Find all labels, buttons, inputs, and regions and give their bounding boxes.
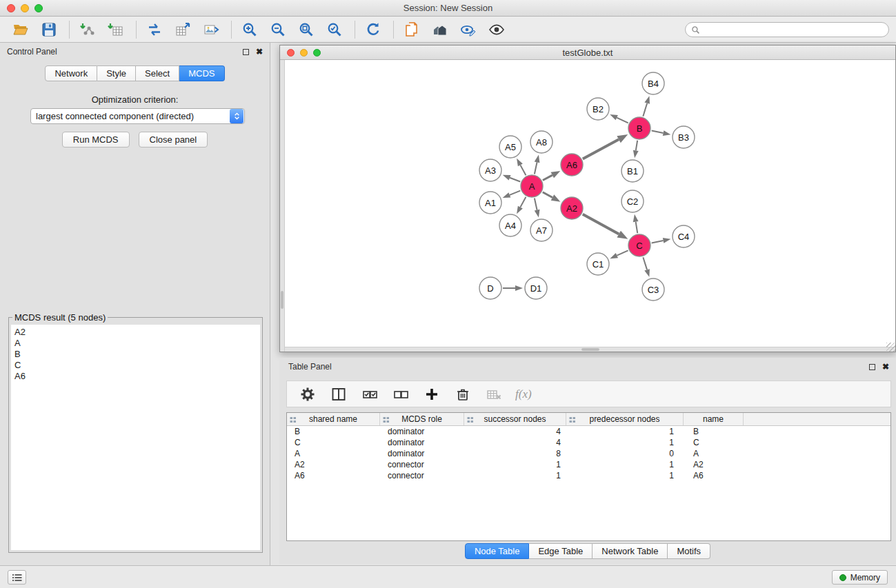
graph-node-A3[interactable]: A3 — [479, 159, 501, 181]
graph-node-A7[interactable]: A7 — [530, 219, 552, 241]
zoom-in-icon[interactable] — [239, 19, 261, 40]
apply-function-icon[interactable]: f(x) — [515, 387, 532, 401]
table-row[interactable]: B dominator 4 1 B — [287, 426, 890, 437]
graph-node-A[interactable]: A — [521, 175, 543, 197]
close-panel-icon[interactable]: ✖ — [256, 48, 263, 56]
bottom-gripper[interactable] — [285, 347, 895, 352]
graph-node-A8[interactable]: A8 — [530, 131, 552, 153]
graph-node-B4[interactable]: B4 — [642, 72, 664, 94]
graph-edge-B-B1[interactable] — [636, 141, 637, 151]
zoom-out-icon[interactable] — [267, 19, 289, 40]
import-network-icon[interactable] — [77, 19, 99, 40]
table-row[interactable]: A2 connector 1 1 A2 — [287, 459, 890, 470]
graph-edge-C-C1[interactable] — [617, 250, 628, 255]
close-panel-button[interactable]: Close panel — [139, 132, 208, 148]
zoom-fit-icon[interactable] — [295, 19, 317, 40]
panel-list-button[interactable] — [8, 570, 26, 585]
search-input[interactable] — [704, 23, 888, 36]
graph-node-A5[interactable]: A5 — [499, 136, 521, 158]
tab-network-table[interactable]: Network Table — [593, 543, 668, 559]
graph-edge-A-A6[interactable] — [543, 175, 552, 180]
column-header-mcds-role[interactable]: MCDS role — [380, 413, 464, 425]
network-canvas[interactable]: B4B2BB3A5A8A6B1A3AA1C2A2A4A7CC4C1C3DD1 — [280, 60, 895, 352]
settings-gear-icon[interactable] — [297, 384, 319, 405]
graph-edge-A6-B[interactable] — [583, 139, 619, 159]
close-panel-icon[interactable]: ✖ — [882, 363, 889, 371]
optimization-criterion-select[interactable]: largest connected component (directed) — [30, 108, 245, 124]
float-panel-icon[interactable] — [869, 364, 875, 370]
tab-edge-table[interactable]: Edge Table — [529, 543, 593, 559]
graph-node-C4[interactable]: C4 — [673, 225, 695, 247]
resize-corner[interactable] — [886, 343, 895, 352]
export-network-icon[interactable] — [143, 19, 166, 40]
import-table-icon[interactable] — [105, 19, 127, 40]
graph-edge-C-C3[interactable] — [643, 257, 647, 270]
export-table-icon[interactable] — [172, 19, 194, 40]
home-icon[interactable] — [429, 19, 451, 40]
graph-node-C2[interactable]: C2 — [621, 190, 644, 212]
graph-node-A1[interactable]: A1 — [479, 192, 501, 214]
gripper-handle[interactable] — [581, 348, 599, 351]
eye-icon[interactable] — [486, 19, 508, 40]
graph-edge-A-A5[interactable] — [520, 165, 526, 175]
graph-edge-B-B2[interactable] — [617, 118, 628, 123]
column-header-name[interactable]: name — [684, 413, 744, 425]
graph-node-A2[interactable]: A2 — [561, 197, 583, 219]
tab-motifs[interactable]: Motifs — [668, 543, 710, 559]
graph-edge-B-B4[interactable] — [643, 103, 647, 116]
delete-row-icon[interactable] — [452, 384, 474, 405]
mcds-result-list[interactable]: A2 A B C A6 — [11, 325, 260, 550]
graph-edge-A-A2[interactable] — [543, 192, 552, 198]
graph-node-C3[interactable]: C3 — [642, 278, 664, 301]
open-recent-session-icon[interactable] — [401, 19, 423, 40]
table-row[interactable]: C dominator 4 1 C — [287, 437, 890, 448]
tab-node-table[interactable]: Node Table — [465, 543, 530, 559]
network-graph[interactable]: B4B2BB3A5A8A6B1A3AA1C2A2A4A7CC4C1C3DD1 — [285, 60, 895, 347]
column-header-successor-nodes[interactable]: successor nodes — [464, 413, 566, 425]
graph-node-D1[interactable]: D1 — [525, 277, 547, 299]
graph-edge-A-A3[interactable] — [510, 178, 520, 182]
column-visibility-icon[interactable] — [328, 384, 350, 405]
graph-edge-A-A7[interactable] — [535, 199, 537, 210]
apply-layout-icon[interactable] — [362, 19, 384, 40]
gripper-handle[interactable] — [281, 291, 283, 309]
graph-node-B1[interactable]: B1 — [621, 160, 644, 182]
table-row[interactable]: A dominator 8 0 A — [287, 448, 890, 459]
float-panel-icon[interactable] — [243, 49, 249, 55]
graph-node-B3[interactable]: B3 — [673, 126, 695, 148]
graph-edge-A-A8[interactable] — [535, 162, 537, 174]
graph-edge-A2-C[interactable] — [583, 214, 619, 234]
memory-button[interactable]: Memory — [832, 570, 888, 585]
delete-table-icon[interactable] — [483, 384, 505, 405]
graph-edge-C-C2[interactable] — [636, 222, 638, 234]
graph-edge-B-B3[interactable] — [652, 131, 664, 133]
select-all-icon[interactable] — [359, 384, 381, 405]
graph-node-A6[interactable]: A6 — [561, 154, 583, 176]
graph-node-A4[interactable]: A4 — [499, 214, 521, 236]
open-file-icon[interactable] — [10, 19, 32, 40]
column-header-predecessor-nodes[interactable]: predecessor nodes — [566, 413, 684, 425]
graph-node-C1[interactable]: C1 — [587, 253, 609, 275]
graph-node-C[interactable]: C — [628, 234, 650, 256]
run-mcds-button[interactable]: Run MCDS — [62, 132, 130, 148]
graph-edge-C-C4[interactable] — [652, 241, 664, 243]
add-row-icon[interactable] — [421, 384, 443, 405]
network-window-titlebar[interactable]: testGlobe.txt — [280, 45, 895, 60]
left-gripper[interactable] — [280, 60, 285, 352]
export-image-icon[interactable] — [200, 19, 222, 40]
show-graphics-details-icon[interactable] — [457, 19, 479, 40]
tab-network[interactable]: Network — [45, 65, 97, 81]
graph-edge-A-A1[interactable] — [510, 191, 520, 195]
unselect-all-icon[interactable] — [390, 384, 412, 405]
graph-node-B[interactable]: B — [628, 117, 650, 139]
save-session-icon[interactable] — [38, 19, 60, 40]
tab-mcds[interactable]: MCDS — [179, 65, 224, 81]
graph-node-D[interactable]: D — [479, 277, 501, 299]
graph-edge-A-A4[interactable] — [520, 197, 526, 207]
table-row[interactable]: A6 connector 1 1 A6 — [287, 470, 890, 481]
graph-node-B2[interactable]: B2 — [587, 98, 609, 120]
tab-select[interactable]: Select — [136, 65, 179, 81]
column-header-shared-name[interactable]: shared name — [287, 413, 380, 425]
tab-style[interactable]: Style — [97, 65, 136, 81]
zoom-selected-icon[interactable] — [323, 19, 346, 40]
